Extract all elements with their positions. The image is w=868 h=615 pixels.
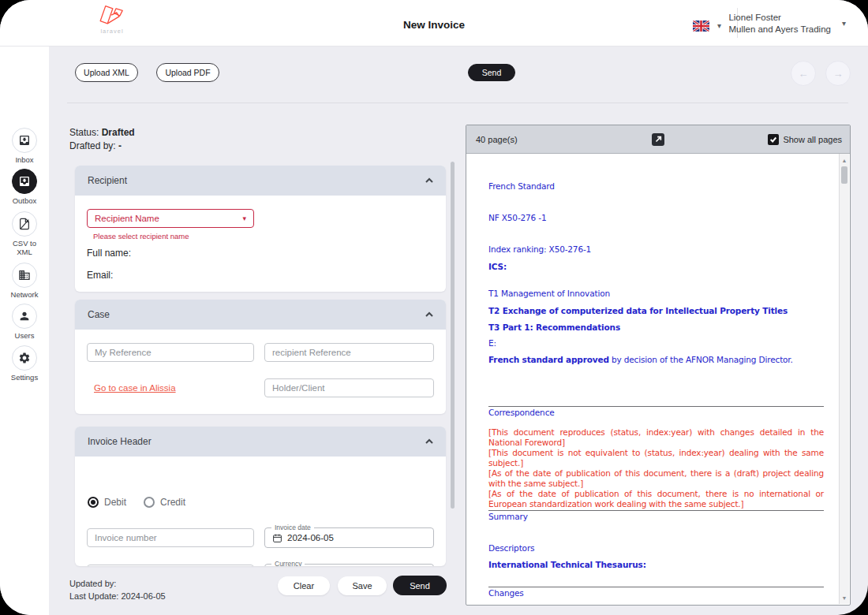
go-to-case-link[interactable]: Go to case in Alissia [94,383,176,393]
doc-text-line: NF X50-276 -1 [488,213,824,223]
recipient-section: Recipient Recipient Name ▾ Please select… [75,166,446,292]
invoice-date-field[interactable]: Invoice date 2024-06-05 [264,527,434,548]
language-selector[interactable]: ▾ [693,20,721,32]
doc-rule [488,587,824,587]
settings-icon [18,352,31,364]
document-scrollbar[interactable]: ▲ ▼ [839,154,849,604]
document-scrollbar-thumb[interactable] [841,166,847,184]
doc-text-line: Index ranking: X50-276-1 [488,244,824,255]
checkbox-checked-icon [768,134,779,145]
arrow-right-icon: → [833,68,844,80]
clear-button[interactable]: Clear [278,576,330,595]
sidebar-item-label: Inbox [0,155,49,164]
chevron-up-icon [425,177,433,184]
section-title: Case [88,309,110,320]
sidebar-item-network[interactable]: Network [0,263,49,299]
case-section-header[interactable]: Case [75,300,446,330]
full-name-label: Full name: [87,248,131,259]
page-count-label: 40 page(s) [476,135,518,144]
upload-xml-button[interactable]: Upload XML [75,63,138,82]
scroll-down-arrow-icon[interactable]: ▼ [840,593,849,602]
invoice-header-section-header[interactable]: Invoice Header [75,427,446,457]
sidebar-item-csv-to-xml[interactable]: CSV to XML [0,211,49,256]
doc-text-line: T3 Part 1: Recommendations [488,322,824,333]
doc-text-line: [As of the date of publication of this d… [488,489,824,509]
user-org: Mullen and Ayers Trading [728,24,831,35]
toolbar-divider [67,102,848,103]
open-in-new-button[interactable] [652,133,664,146]
chevron-down-icon: ▾ [842,20,846,28]
invoice-number-input[interactable] [87,528,254,547]
radio-selected-icon [88,497,99,508]
app-window: laravel New Invoice ▾ Lionel Foster Mull… [0,0,868,615]
csv-to-xml-icon [18,218,31,230]
recipient-reference-input[interactable] [264,343,434,362]
back-button[interactable]: ← [791,61,816,86]
document-page: French StandardNF X50-276 -1Index rankin… [466,153,840,605]
total-amount-input[interactable] [87,565,254,566]
sidebar-item-outbox[interactable]: Outbox [0,169,49,205]
uk-flag-icon [693,20,709,32]
send-button-bottom[interactable]: Send [393,576,447,595]
doc-rule [488,406,824,407]
last-update-label: Last Update: 2024-06-05 [69,590,166,602]
doc-text-line: [This document is not equivalent to (sta… [488,448,824,468]
drafted-by-label: Drafted by: [69,140,118,151]
user-menu[interactable]: Lionel Foster Mullen and Ayers Trading ▾ [728,12,846,35]
chevron-up-icon [425,311,433,319]
doc-text-line: French standard approved by decision of … [488,355,824,365]
invoice-date-value: 2024-06-05 [287,533,334,542]
doc-text-line: T1 Management of Innovation [488,289,824,299]
radio-unselected-icon [144,497,155,508]
sidebar-item-inbox[interactable]: Inbox [0,128,49,164]
forward-button[interactable]: → [825,61,851,86]
scroll-up-arrow-icon[interactable]: ▲ [840,155,849,165]
upload-pdf-button[interactable]: Upload PDF [156,63,219,82]
doc-text-line: ICS: [488,262,824,272]
doc-text-line: E: [488,338,824,348]
debit-radio[interactable]: Debit [88,497,126,508]
sidebar-item-label: Outbox [0,196,49,205]
status-value: Drafted [102,127,135,138]
inbox-icon [18,134,31,147]
sidebar-item-users[interactable]: Users [0,304,49,340]
sidebar-nav: Inbox Outbox CSV to XML Network Users Se… [0,46,49,615]
network-icon [18,269,31,281]
credit-radio[interactable]: Credit [144,497,185,508]
updated-by-label: Updated by: [69,577,166,590]
my-reference-input[interactable] [87,343,254,362]
doc-text-line: Changes [488,588,824,598]
recipient-name-select[interactable]: Recipient Name ▾ [87,209,254,228]
top-header: laravel New Invoice ▾ Lionel Foster Mull… [0,0,868,47]
update-info: Updated by: Last Update: 2024-06-05 [69,577,166,602]
status-block: Status: Drafted Drafted by: - [69,126,135,153]
doc-text-line: Summary [488,512,824,522]
case-section: Case Go to case in Alissia [75,300,446,414]
currency-select[interactable]: Currency EUR - Euro ▾ [264,564,434,566]
open-in-new-icon [654,136,662,144]
send-button-top[interactable]: Send [468,64,515,81]
document-viewer-header: 40 page(s) Show all pages [466,125,850,154]
form-scrollbar[interactable] [451,162,455,509]
section-title: Recipient [88,175,127,186]
outbox-icon [18,175,31,188]
chevron-down-icon: ▾ [717,22,721,30]
chevron-up-icon [425,438,433,445]
arrow-left-icon: ← [799,68,809,80]
chevron-down-icon: ▾ [242,214,246,222]
doc-text-line: [As of the date of publication of this d… [488,468,824,489]
recipient-section-header[interactable]: Recipient [75,166,446,196]
save-button[interactable]: Save [338,576,387,595]
sidebar-item-label: Network [0,290,49,299]
doc-text-line: Correspondence [488,408,824,418]
drafted-by-value: - [118,140,122,151]
doc-text-line: French Standard [488,181,824,192]
user-name: Lionel Foster [728,12,831,24]
doc-text-line: [This document reproduces (status, index… [488,427,824,448]
doc-text-line: Descriptors [488,543,824,554]
sidebar-item-settings[interactable]: Settings [0,345,49,382]
sidebar-item-label: Users [0,331,49,340]
status-label: Status: [69,127,102,138]
holder-client-input[interactable] [264,378,434,397]
show-all-pages-toggle[interactable]: Show all pages [768,134,842,145]
